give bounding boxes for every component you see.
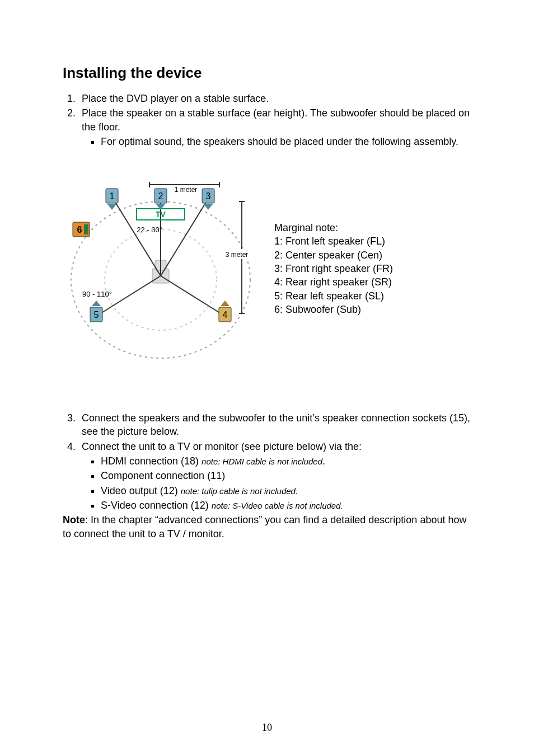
- sub-list-item: For optimal sound, the speakers should b…: [101, 135, 471, 148]
- svg-line-8: [161, 276, 225, 316]
- svg-text:6: 6: [77, 225, 82, 234]
- list-text: For optimal sound, the speakers should b…: [101, 136, 458, 147]
- instruction-list: Place the DVD player on a stable surface…: [63, 92, 471, 148]
- list-item: Connect the unit to a TV or monitor (see…: [78, 440, 471, 512]
- list-text: Component connection (11): [101, 470, 225, 481]
- note-paragraph: Note: In the chapter “advanced connectio…: [63, 513, 471, 541]
- svg-text:2: 2: [158, 191, 163, 201]
- instruction-list-cont: Connect the speakers and the subwoofer t…: [63, 411, 471, 512]
- list-text: .: [322, 456, 325, 467]
- sub-list-item: HDMI connection (18) note: HDMI cable is…: [101, 454, 471, 468]
- inline-note: note: HDMI cable is not included: [202, 457, 322, 466]
- legend-line: 1: Front left speaker (FL): [274, 234, 393, 248]
- legend-line: 4: Rear right speaker (SR): [274, 275, 393, 289]
- inline-note: note: tulip cable is not included.: [181, 486, 298, 496]
- list-text: S-Video connection (12): [101, 500, 212, 511]
- list-item: Place the DVD player on a stable surface…: [78, 92, 471, 105]
- marker-1: 1: [106, 189, 118, 210]
- svg-rect-29: [84, 224, 88, 234]
- legend-line: 2: Center speaker (Cen): [274, 248, 393, 262]
- legend-line: 3: Front right speaker (FR): [274, 262, 393, 275]
- note-label: Note: [63, 514, 85, 525]
- list-text: Place the DVD player on a stable surface…: [82, 93, 269, 104]
- list-item: Place the speaker on a stable surface (e…: [78, 106, 471, 148]
- diagram-svg: 1 meter 3 meter TV 22 - 30° 90 - 110° 1: [63, 176, 259, 361]
- list-text: HDMI connection (18): [101, 456, 202, 467]
- figure-row: 1 meter 3 meter TV 22 - 30° 90 - 110° 1: [63, 176, 471, 361]
- diagram-label-tv: TV: [156, 210, 166, 219]
- marker-6: 6: [73, 222, 90, 237]
- note-text: : In the chapter “advanced connections” …: [63, 514, 466, 539]
- legend-line: 6: Subwoofer (Sub): [274, 303, 393, 316]
- diagram-label-angle2: 90 - 110°: [82, 290, 112, 298]
- diagram-label-3meter: 3 meter: [226, 251, 249, 259]
- sub-list-item: S-Video connection (12) note: S-Video ca…: [101, 499, 471, 512]
- marker-4: 4: [219, 300, 231, 322]
- list-item: Connect the speakers and the subwoofer t…: [78, 411, 471, 439]
- svg-text:1: 1: [110, 191, 115, 201]
- svg-text:4: 4: [223, 310, 228, 320]
- legend-heading: Marginal note:: [274, 221, 393, 234]
- page-title: Installing the device: [63, 64, 471, 82]
- sub-list-item: Video output (12) note: tulip cable is n…: [101, 484, 471, 497]
- page-number: 10: [0, 722, 534, 734]
- list-text: Video output (12): [101, 485, 181, 496]
- diagram-label-angle1: 22 - 30°: [137, 226, 162, 234]
- marker-5: 5: [90, 300, 102, 322]
- inline-note: note: S-Video cable is not included.: [212, 501, 343, 510]
- marker-2: 2: [154, 189, 167, 210]
- speaker-layout-diagram: 1 meter 3 meter TV 22 - 30° 90 - 110° 1: [63, 176, 259, 361]
- diagram-legend: Marginal note: 1: Front left speaker (FL…: [274, 221, 393, 316]
- diagram-label-1meter: 1 meter: [175, 186, 198, 194]
- document-page: Installing the device Place the DVD play…: [0, 0, 534, 756]
- sub-list: For optimal sound, the speakers should b…: [82, 135, 471, 148]
- legend-line: 5: Rear left speaker (SL): [274, 289, 393, 303]
- sub-list-item: Component connection (11): [101, 469, 471, 482]
- svg-text:3: 3: [206, 191, 211, 201]
- sub-list: HDMI connection (18) note: HDMI cable is…: [82, 454, 471, 512]
- list-text: Connect the speakers and the subwoofer t…: [82, 412, 470, 437]
- svg-text:5: 5: [94, 310, 99, 320]
- list-text: Connect the unit to a TV or monitor (see…: [82, 441, 362, 452]
- list-text: Place the speaker on a stable surface (e…: [82, 107, 470, 132]
